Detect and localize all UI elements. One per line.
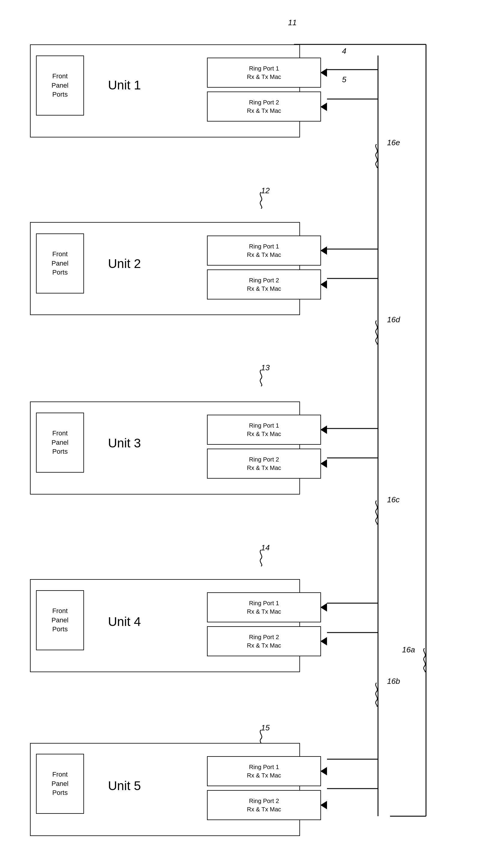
unit5-ring-port1: Ring Port 1Rx & Tx Mac xyxy=(207,756,321,786)
ref-16b: 16b xyxy=(387,677,400,686)
squiggle-13 xyxy=(255,370,267,388)
squiggle-16c xyxy=(371,501,382,524)
unit4-ring-port2: Ring Port 2Rx & Tx Mac xyxy=(207,626,321,656)
squiggle-16a xyxy=(418,648,431,672)
unit4-label: Unit 4 xyxy=(108,614,141,629)
unit5-ring-port2: Ring Port 2Rx & Tx Mac xyxy=(207,790,321,820)
squiggle-14 xyxy=(255,550,267,568)
unit5-ring-port2-arrow xyxy=(320,801,327,809)
unit2-ring-port2-arrow xyxy=(320,280,327,289)
unit3-ring-port2: Ring Port 2Rx & Tx Mac xyxy=(207,449,321,479)
ref-16a: 16a xyxy=(402,645,415,655)
unit5-ring-port1-arrow xyxy=(320,767,327,775)
ref-4: 4 xyxy=(342,47,346,56)
unit4-ring-port1: Ring Port 1Rx & Tx Mac xyxy=(207,592,321,622)
unit2-label: Unit 2 xyxy=(108,256,141,271)
ref-5: 5 xyxy=(342,75,346,84)
unit3-label: Unit 3 xyxy=(108,436,141,450)
unit1-label: Unit 1 xyxy=(108,78,141,92)
unit5-label: Unit 5 xyxy=(108,779,141,793)
unit1-ring-port2-arrow xyxy=(320,103,327,111)
unit2-ring-port1: Ring Port 1Rx & Tx Mac xyxy=(207,236,321,266)
unit4-ring-port1-arrow xyxy=(320,603,327,611)
unit1-ring-port2: Ring Port 2Rx & Tx Mac xyxy=(207,91,321,122)
unit1-front-panel: FrontPanelPorts xyxy=(36,55,84,115)
unit2-ring-port2: Ring Port 2Rx & Tx Mac xyxy=(207,269,321,300)
ref-11: 11 xyxy=(288,18,297,27)
unit3-ring-port1-arrow xyxy=(320,426,327,434)
unit3-ring-port1: Ring Port 1Rx & Tx Mac xyxy=(207,415,321,445)
ref-16e: 16e xyxy=(387,138,400,147)
squiggle-16e xyxy=(371,144,382,168)
unit4-ring-port2-arrow xyxy=(320,637,327,645)
unit3-front-panel: FrontPanelPorts xyxy=(36,413,84,472)
unit5-front-panel: FrontPanelPorts xyxy=(36,754,84,814)
unit1-ring-port1-arrow xyxy=(320,68,327,77)
ref-16d: 16d xyxy=(387,315,400,324)
unit2-front-panel: FrontPanelPorts xyxy=(36,233,84,293)
squiggle-16d xyxy=(371,321,382,344)
unit2-ring-port1-arrow xyxy=(320,246,327,255)
unit3-ring-port2-arrow xyxy=(320,460,327,468)
diagram-container: 11 Unit 1 FrontPanelPorts Ring Port 1Rx … xyxy=(0,0,504,842)
ref-16c: 16c xyxy=(387,495,400,504)
squiggle-16b xyxy=(371,683,382,707)
squiggle-12 xyxy=(255,192,267,210)
unit1-ring-port1: Ring Port 1Rx & Tx Mac xyxy=(207,58,321,88)
unit4-front-panel: FrontPanelPorts xyxy=(36,590,84,650)
